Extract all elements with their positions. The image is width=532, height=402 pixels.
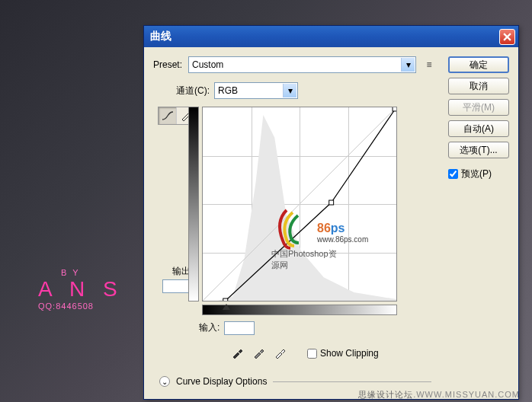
- divider: [273, 381, 431, 382]
- wm-ps: ps: [331, 222, 345, 234]
- channel-value: RGB: [218, 85, 238, 96]
- expand-icon[interactable]: ⌄: [159, 376, 170, 387]
- watermark-logo-icon: [271, 206, 309, 252]
- input-gradient[interactable]: [202, 305, 397, 315]
- preset-value: Custom: [192, 59, 223, 70]
- auto-button[interactable]: 自动(A): [448, 120, 509, 137]
- preview-check[interactable]: 预览(P): [448, 168, 509, 180]
- input-value[interactable]: [224, 321, 255, 335]
- wm-cn: 中国Photoshop资源网: [271, 248, 340, 271]
- black-point-slider[interactable]: [223, 304, 230, 310]
- svg-rect-3: [393, 107, 396, 111]
- show-clipping-label: Show Clipping: [320, 348, 379, 359]
- footer-cn: 思缘设计论坛: [358, 390, 413, 399]
- sig-name: A N S: [38, 277, 123, 302]
- cancel-button[interactable]: 取消: [448, 78, 509, 94]
- dialog-title: 曲线: [150, 30, 499, 43]
- eyedropper-icon: [231, 347, 243, 359]
- wm-86: 86: [317, 222, 331, 234]
- svg-line-0: [203, 107, 396, 301]
- curve-graph[interactable]: 86ps www.86ps.com 中国Photoshop资源网: [202, 107, 397, 302]
- output-gradient: [188, 107, 199, 302]
- background-signature: BY A N S QQ:8446508: [0, 268, 123, 311]
- black-eyedropper[interactable]: [229, 346, 245, 361]
- preview-label: 预览(P): [461, 168, 492, 180]
- footer-en: .WWW.MISSYUAN.COM: [413, 390, 520, 399]
- watermark: 86ps www.86ps.com 中国Photoshop资源网: [271, 206, 386, 254]
- page-footer: 思缘设计论坛.WWW.MISSYUAN.COM: [358, 389, 520, 400]
- close-button[interactable]: [499, 29, 515, 45]
- curve-icon: [162, 110, 174, 121]
- channel-label: 通道(C):: [176, 85, 210, 97]
- ok-button[interactable]: 确定: [448, 56, 509, 73]
- wm-url: www.86ps.com: [317, 235, 386, 244]
- gray-eyedropper[interactable]: [251, 346, 266, 361]
- show-clipping-checkbox[interactable]: [307, 349, 317, 359]
- options-button[interactable]: 选项(T)...: [448, 142, 509, 158]
- titlebar[interactable]: 曲线: [144, 26, 518, 47]
- preview-checkbox[interactable]: [448, 169, 458, 179]
- curve-line: [203, 107, 396, 301]
- svg-rect-2: [329, 200, 334, 205]
- eyedropper-icon: [274, 347, 286, 359]
- chevron-down-icon: ▾: [283, 84, 296, 97]
- sig-by: BY: [61, 268, 123, 277]
- channel-dropdown[interactable]: RGB ▾: [214, 82, 298, 99]
- show-clipping-check[interactable]: Show Clipping: [307, 348, 379, 359]
- chevron-down-icon: ▾: [401, 58, 415, 72]
- close-icon: [503, 33, 511, 41]
- curves-dialog: 曲线 Preset: Custom ▾ ≡ 通道(C): RGB ▾: [143, 25, 519, 400]
- preset-menu-icon[interactable]: ≡: [421, 56, 437, 73]
- sig-qq: QQ:8446508: [38, 302, 123, 311]
- input-label: 输入:: [199, 321, 220, 334]
- svg-rect-1: [223, 298, 228, 301]
- curve-point-tool[interactable]: [159, 107, 177, 124]
- white-eyedropper[interactable]: [272, 346, 287, 361]
- preset-label: Preset:: [153, 59, 184, 70]
- curve-display-options-label: Curve Display Options: [176, 376, 267, 387]
- smooth-button[interactable]: 平滑(M): [448, 99, 509, 116]
- preset-dropdown[interactable]: Custom ▾: [188, 56, 416, 73]
- eyedropper-icon: [252, 347, 264, 359]
